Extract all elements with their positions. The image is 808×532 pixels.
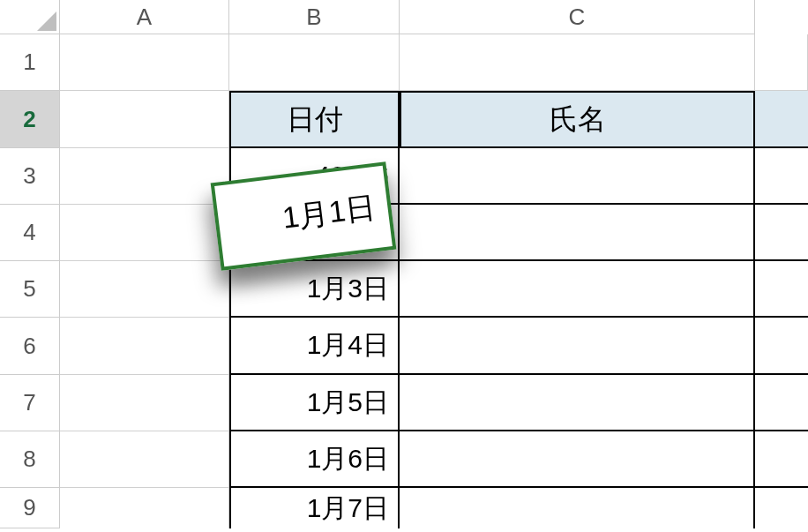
row-9: 1月7日 — [60, 488, 808, 528]
row-header-3[interactable]: 3 — [0, 148, 60, 205]
row-header-4[interactable]: 4 — [0, 205, 60, 261]
row-header-8[interactable]: 8 — [0, 431, 60, 488]
cell-C3[interactable] — [400, 148, 755, 205]
column-headers: A B C — [60, 0, 755, 34]
row-6: 1月4日 — [60, 318, 808, 375]
cell-B9[interactable]: 1月7日 — [229, 488, 400, 528]
cell-C5[interactable] — [400, 261, 755, 318]
cell-B1[interactable] — [229, 34, 400, 91]
cell-C6[interactable] — [400, 318, 755, 375]
row-1 — [60, 34, 808, 91]
cell-D5[interactable] — [755, 261, 808, 318]
cell-grid: 日付 氏名 42736 1月3日 1月4日 — [60, 34, 808, 528]
svg-marker-0 — [37, 11, 56, 31]
cell-C9[interactable] — [400, 488, 755, 528]
cell-C2-name-header[interactable]: 氏名 — [400, 91, 755, 148]
row-7: 1月5日 — [60, 375, 808, 431]
row-8: 1月6日 — [60, 431, 808, 488]
cell-B7[interactable]: 1月5日 — [229, 375, 400, 431]
cell-A9[interactable] — [60, 488, 229, 528]
cell-B6[interactable]: 1月4日 — [229, 318, 400, 375]
cell-D4[interactable] — [755, 205, 808, 261]
row-header-2[interactable]: 2 — [0, 91, 60, 148]
row-5: 1月3日 — [60, 261, 808, 318]
cell-D2[interactable] — [755, 91, 808, 148]
cell-A5[interactable] — [60, 261, 229, 318]
cell-C4[interactable] — [400, 205, 755, 261]
cell-D9[interactable] — [755, 488, 808, 528]
cell-B2-date-header[interactable]: 日付 — [229, 91, 400, 148]
row-3: 42736 — [60, 148, 808, 205]
col-header-C[interactable]: C — [400, 0, 755, 34]
cell-C8[interactable] — [400, 431, 755, 488]
cell-B5[interactable]: 1月3日 — [229, 261, 400, 318]
cell-A6[interactable] — [60, 318, 229, 375]
cell-A2[interactable] — [60, 91, 229, 148]
cell-B8[interactable]: 1月6日 — [229, 431, 400, 488]
row-2: 日付 氏名 — [60, 91, 808, 148]
cell-A7[interactable] — [60, 375, 229, 431]
col-header-B[interactable]: B — [229, 0, 400, 34]
row-header-1[interactable]: 1 — [0, 34, 60, 91]
cell-A4[interactable] — [60, 205, 229, 261]
spreadsheet: A B C 1 2 3 4 5 6 7 8 9 日付 氏名 42736 — [0, 0, 808, 532]
col-header-A[interactable]: A — [60, 0, 229, 34]
row-header-9[interactable]: 9 — [0, 488, 60, 528]
cell-A1[interactable] — [60, 34, 229, 91]
cell-D6[interactable] — [755, 318, 808, 375]
row-headers: 1 2 3 4 5 6 7 8 9 — [0, 34, 60, 528]
cell-C7[interactable] — [400, 375, 755, 431]
floating-card-value: 1月1日 — [281, 187, 378, 239]
cell-C1[interactable] — [400, 34, 755, 91]
cell-D1[interactable] — [755, 34, 808, 91]
select-all-corner[interactable] — [0, 0, 60, 34]
row-header-5[interactable]: 5 — [0, 261, 60, 318]
row-header-7[interactable]: 7 — [0, 375, 60, 431]
cell-D3[interactable] — [755, 148, 808, 205]
row-4 — [60, 205, 808, 261]
select-all-triangle-icon — [37, 11, 56, 31]
row-header-6[interactable]: 6 — [0, 318, 60, 375]
cell-A8[interactable] — [60, 431, 229, 488]
cell-A3[interactable] — [60, 148, 229, 205]
cell-D8[interactable] — [755, 431, 808, 488]
cell-D7[interactable] — [755, 375, 808, 431]
